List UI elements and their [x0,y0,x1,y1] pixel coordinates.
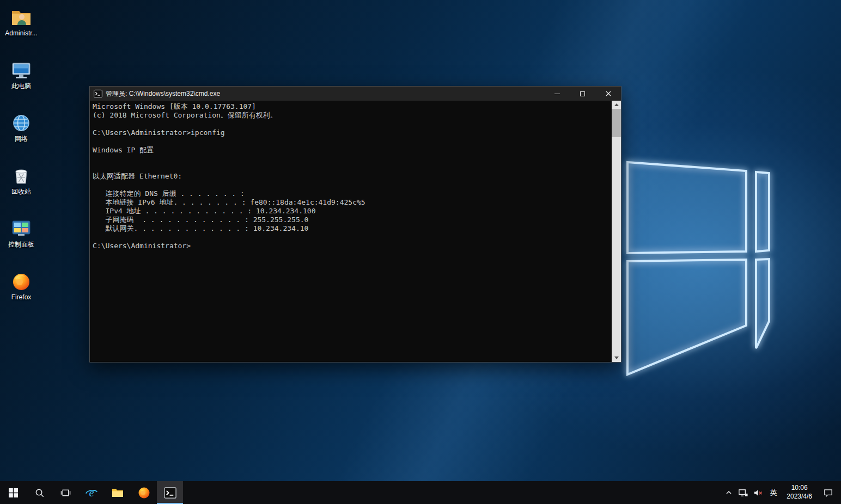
firefox-icon [10,271,32,292]
scroll-up-button[interactable] [612,101,621,109]
action-center-button[interactable] [817,481,839,504]
minimize-button[interactable] [544,87,570,101]
cmd-taskbar-button[interactable] [157,481,183,504]
console[interactable]: Microsoft Windows [版本 10.0.17763.107] (c… [90,101,621,362]
close-button[interactable] [595,87,621,101]
tray-date: 2023/4/6 [787,493,812,501]
desktop-icons: Administr... 此电脑 [1,4,41,321]
close-icon [606,91,611,96]
firefox-icon [137,486,151,500]
cmd-window: 管理员: C:\Windows\system32\cmd.exe Microso… [89,86,621,362]
console-output[interactable]: Microsoft Windows [版本 10.0.17763.107] (c… [93,102,610,250]
window-controls [544,87,621,101]
scroll-down-button[interactable] [612,354,621,362]
input-method-indicator[interactable]: 英 [765,481,782,504]
desktop-icon-control-panel[interactable]: 控制面板 [1,216,41,268]
recycle-bin-icon [10,165,32,187]
tray-time: 10:06 [791,484,808,493]
firefox-taskbar-button[interactable] [131,481,157,504]
task-view-button[interactable] [52,481,78,504]
windows-start-icon [9,488,18,497]
desktop-icon-label: Administr... [5,30,37,38]
desktop-icon-recycle-bin[interactable]: 回收站 [1,163,41,216]
internet-explorer-icon: e [84,485,99,500]
globe-icon [10,112,32,134]
console-scrollbar[interactable] [612,101,621,362]
search-button[interactable] [26,481,52,504]
search-icon [34,488,45,498]
folder-icon [111,486,124,499]
file-explorer-taskbar-button[interactable] [105,481,131,504]
action-center-icon [823,488,833,498]
desktop-icon-administrator[interactable]: Administr... [1,4,41,57]
desktop-icon-label: 此电脑 [11,83,31,90]
svg-text:e: e [89,487,94,499]
desktop-icon-label: 网络 [15,136,28,143]
display-network-tray-icon[interactable] [736,481,751,504]
chevron-up-icon [726,489,732,496]
cmd-icon [164,487,176,499]
taskbar: e [0,481,841,504]
desktop: Administr... 此电脑 [0,0,841,504]
system-tray: 英 10:06 2023/4/6 [721,481,841,504]
speaker-muted-icon [753,488,763,498]
clock[interactable]: 10:06 2023/4/6 [782,481,817,504]
cmd-icon[interactable] [94,89,102,98]
maximize-button[interactable] [570,87,595,101]
desktop-icon-network[interactable]: 网络 [1,110,41,163]
tray-expand-button[interactable] [721,481,736,504]
scroll-thumb[interactable] [612,109,621,137]
task-view-icon [60,488,71,498]
desktop-icon-label: 控制面板 [8,241,34,249]
monitor-cable-icon [738,488,748,498]
desktop-icon-label: Firefox [11,294,32,302]
maximize-icon [580,91,585,96]
cmd-titlebar[interactable]: 管理员: C:\Windows\system32\cmd.exe [90,87,621,101]
control-panel-icon [10,218,32,239]
desktop-icon-firefox[interactable]: Firefox [1,268,41,321]
computer-icon [10,59,32,81]
start-button[interactable] [0,481,26,504]
user-folder-icon [10,7,32,28]
ie-taskbar-button[interactable]: e [78,481,105,504]
desktop-icon-label: 回收站 [11,188,31,196]
windows-logo-wallpaper [619,151,841,385]
desktop-icon-this-pc[interactable]: 此电脑 [1,57,41,110]
minimize-icon [554,94,560,94]
window-title: 管理员: C:\Windows\system32\cmd.exe [106,89,220,99]
volume-muted-tray-icon[interactable] [751,481,765,504]
